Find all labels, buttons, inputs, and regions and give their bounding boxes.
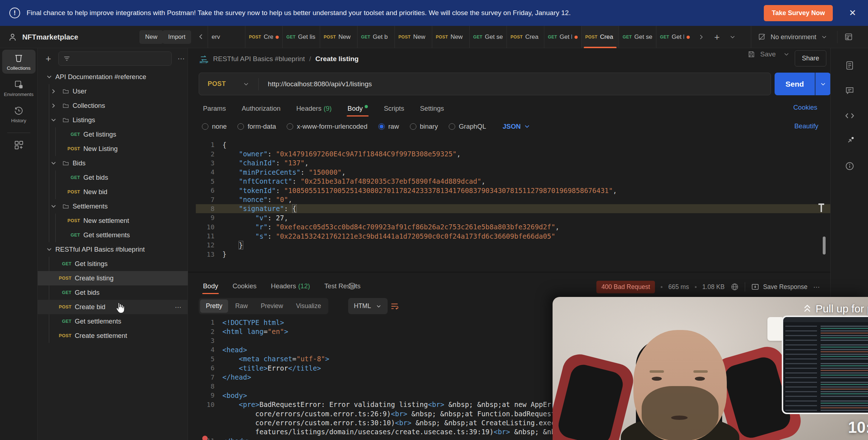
tab-scripts[interactable]: Scripts [384, 101, 404, 116]
request-item[interactable]: GETGet lsitings [38, 257, 188, 271]
beautify-link[interactable]: Beautify [794, 122, 818, 130]
related-requests-icon[interactable] [831, 131, 868, 151]
banner-close-icon[interactable]: ✕ [846, 8, 859, 18]
body-language-select[interactable]: JSON [503, 123, 530, 130]
response-tab-headers[interactable]: Headers(12) [271, 278, 310, 294]
method-selector[interactable]: POST [208, 80, 226, 88]
breadcrumb-request-name[interactable]: Create listing [315, 55, 359, 63]
tab-authorization[interactable]: Authorization [242, 101, 281, 116]
request-item[interactable]: POSTCreate settlement [38, 329, 188, 343]
request-tab[interactable]: POSTNew [432, 26, 470, 48]
environment-selector[interactable]: No environment [751, 26, 828, 48]
body-type-raw[interactable]: raw [378, 123, 399, 130]
save-button[interactable]: Save [747, 50, 790, 58]
folder-item[interactable]: Collections [38, 98, 188, 113]
chevron-down-icon[interactable] [46, 74, 52, 80]
folder-item[interactable]: Settlements [38, 199, 188, 214]
response-history-icon[interactable] [348, 282, 356, 290]
workspace-selector[interactable]: NFTmarketplace [8, 26, 78, 48]
sidebar-filter-input[interactable] [58, 51, 172, 66]
tab-params[interactable]: Params [203, 101, 226, 116]
row-actions-icon[interactable]: ⋯ [175, 303, 183, 311]
cookies-link[interactable]: Cookies [793, 104, 817, 111]
body-type-binary[interactable]: binary [410, 123, 438, 130]
view-tab-raw[interactable]: Raw [230, 299, 254, 313]
send-button[interactable]: Send [775, 73, 815, 95]
rail-item-environments[interactable]: Environments [2, 76, 36, 100]
body-type-none[interactable]: none [202, 123, 227, 130]
more-tools-icon[interactable] [11, 139, 26, 150]
request-item[interactable]: GETGet listings [38, 127, 188, 142]
request-item[interactable]: POSTCreate bid⋯ [38, 300, 188, 314]
rail-item-collections[interactable]: Collections [2, 50, 36, 74]
chevron-down-icon[interactable] [51, 117, 56, 123]
body-type-form-data[interactable]: form-data [237, 123, 276, 130]
import-button[interactable]: Import [162, 30, 191, 44]
request-item[interactable]: POSTNew bid [38, 185, 188, 199]
collection-item[interactable]: RESTful API Basics #blueprint [38, 242, 188, 257]
add-collection-button[interactable]: + [46, 54, 51, 63]
comments-icon[interactable] [831, 81, 868, 101]
response-tab-body[interactable]: Body [203, 278, 218, 294]
save-response-button[interactable]: Save Response [751, 283, 808, 291]
view-tab-visualize[interactable]: Visualize [290, 299, 327, 313]
request-tab[interactable]: GETGet se [470, 26, 507, 48]
tab-headers[interactable]: Headers(9) [296, 101, 332, 116]
body-type-GraphQL[interactable]: GraphQL [449, 123, 486, 130]
chevron-down-icon[interactable] [51, 160, 56, 166]
environment-quick-look-icon[interactable] [837, 31, 853, 43]
documentation-icon[interactable] [831, 55, 868, 75]
request-item[interactable]: GETGet settlements [38, 228, 188, 242]
folder-item[interactable]: User [38, 84, 188, 98]
request-tab[interactable]: GETGet se [619, 26, 656, 48]
request-tab[interactable]: GETGet b [656, 26, 693, 48]
info-icon[interactable] [831, 156, 868, 176]
folder-item[interactable]: Listings [38, 113, 188, 127]
response-menu-icon[interactable]: ⋯ [813, 283, 821, 291]
chevron-right-icon[interactable] [51, 88, 56, 94]
tab-scroll-right-icon[interactable] [697, 33, 705, 41]
share-button[interactable]: Share [795, 50, 826, 67]
request-item[interactable]: GETGet bids [38, 170, 188, 185]
editor-scrollbar[interactable] [823, 237, 826, 255]
request-tab[interactable]: GETGet lis [283, 26, 320, 48]
code-snippet-icon[interactable] [831, 106, 868, 126]
tab-settings[interactable]: Settings [420, 101, 444, 116]
response-tab-cookies[interactable]: Cookies [232, 278, 257, 294]
tab-body[interactable]: Body [347, 101, 368, 116]
chevron-down-icon[interactable] [51, 203, 56, 209]
request-tab[interactable]: erv [208, 26, 245, 48]
request-item[interactable]: GETGet settlements [38, 314, 188, 329]
network-info-icon[interactable] [730, 283, 739, 291]
view-tab-preview[interactable]: Preview [255, 299, 289, 313]
request-tab[interactable]: POSTCrea [507, 26, 544, 48]
new-tab-icon[interactable]: + [714, 32, 720, 42]
request-tab[interactable]: POSTNew [320, 26, 357, 48]
wrap-lines-icon[interactable] [387, 299, 402, 313]
method-chevron-icon[interactable] [243, 81, 250, 88]
save-options-chevron-icon[interactable] [783, 51, 790, 58]
request-tab[interactable]: GETGet l. [544, 26, 582, 48]
response-format-select[interactable]: HTML [348, 298, 388, 314]
chevron-right-icon[interactable] [51, 103, 56, 109]
chevron-down-icon[interactable] [46, 247, 52, 252]
send-options-chevron-icon[interactable] [815, 73, 831, 95]
request-item[interactable]: POSTNew settlement [38, 214, 188, 228]
request-body-editor[interactable]: 1{2 "owner": "0x14791697260E4c9A71f18484… [196, 137, 830, 271]
rail-item-history[interactable]: History [2, 102, 36, 126]
request-item[interactable]: GETGet bids [38, 285, 188, 300]
request-item[interactable]: POSTCreate listing [38, 271, 188, 285]
body-type-x-www-form-urlencoded[interactable]: x-www-form-urlencoded [287, 123, 367, 130]
request-tab[interactable]: POSTNew [395, 26, 432, 48]
sidebar-menu-icon[interactable]: ⋯ [177, 54, 185, 63]
breadcrumb-collection[interactable]: RESTful API Basics #blueprint [213, 55, 305, 63]
url-input[interactable]: http://localhost:8080/api/v1/listings [268, 80, 372, 88]
view-tab-pretty[interactable]: Pretty [200, 299, 228, 313]
request-item[interactable]: POSTNew Listing [38, 142, 188, 156]
collection-item[interactable]: API Documentation #reference [38, 70, 188, 84]
request-tab[interactable]: POSTCrea [582, 26, 619, 48]
request-tab[interactable]: GETGet b [357, 26, 395, 48]
pane-divider[interactable] [188, 272, 830, 272]
new-button[interactable]: New [139, 30, 163, 44]
tab-scroll-left-icon[interactable] [197, 32, 206, 41]
